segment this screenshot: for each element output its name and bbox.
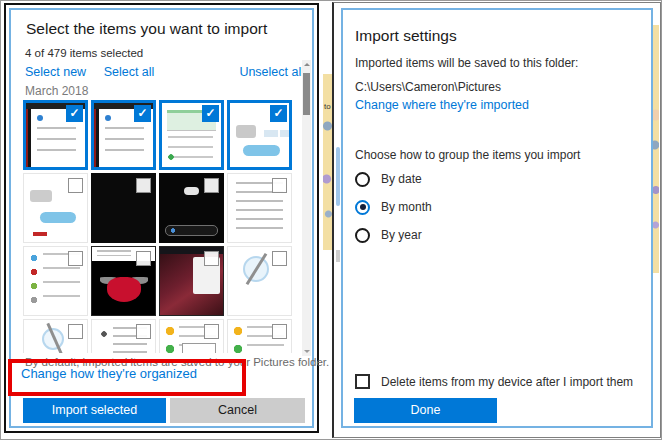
- thumbnail-app-list[interactable]: [227, 319, 292, 353]
- checkmark-icon[interactable]: ✓: [66, 105, 83, 122]
- delete-after-import-checkbox-row[interactable]: Delete items from my device after I impo…: [355, 374, 633, 389]
- radio-label: By date: [381, 172, 422, 186]
- checkmark-icon[interactable]: ✓: [202, 105, 219, 122]
- thumbnail-icon-list[interactable]: [23, 246, 88, 316]
- background-window-sliver-right: [652, 25, 659, 273]
- thumbnail-bulls[interactable]: [91, 246, 156, 316]
- checkbox-icon[interactable]: [204, 251, 219, 266]
- import-settings-dialog: Import settings Imported items will be s…: [341, 8, 653, 428]
- thumbnail-text-list[interactable]: [227, 173, 292, 243]
- import-selected-button[interactable]: Import selected: [23, 398, 166, 423]
- radio-icon[interactable]: [355, 228, 370, 243]
- dialog-title: Select the items you want to import: [26, 20, 267, 38]
- radio-label: By year: [381, 228, 422, 242]
- unselect-all-link[interactable]: Unselect all: [239, 65, 304, 79]
- selection-count: 4 of 479 items selected: [25, 47, 143, 59]
- radio-by-date[interactable]: By date: [355, 170, 422, 188]
- thumbnail-radio-list[interactable]: ✓: [23, 100, 88, 170]
- checkbox-icon[interactable]: [136, 324, 151, 339]
- thumbnail-transfer2[interactable]: [23, 173, 88, 243]
- radio-by-month[interactable]: By month: [355, 198, 432, 216]
- checkbox-icon[interactable]: [136, 251, 151, 266]
- checkbox-icon[interactable]: [136, 178, 151, 193]
- thumbnail-red-chat[interactable]: [159, 246, 224, 316]
- thumbnail-camera-list[interactable]: [91, 319, 156, 353]
- checkmark-icon[interactable]: ✓: [270, 105, 287, 122]
- screenshot-frame: to Select the items you want to import 4…: [0, 0, 662, 440]
- thumbnail-hand-sketch[interactable]: [227, 246, 292, 316]
- group-items-label: Choose how to group the items you import: [355, 148, 580, 162]
- thumbnail-grid: ✓✓✓✓: [23, 100, 292, 353]
- thumbnail-data-chart[interactable]: ✓: [159, 100, 224, 170]
- select-new-link[interactable]: Select new: [25, 65, 86, 79]
- dialog-title: Import settings: [355, 27, 457, 45]
- background-gray-fragment: [336, 250, 340, 262]
- scrollbar-thumb[interactable]: [303, 73, 310, 115]
- checkbox-label: Delete items from my device after I impo…: [381, 375, 633, 389]
- change-where-imported-link[interactable]: Change where they're imported: [355, 98, 529, 112]
- checkbox-icon[interactable]: [272, 178, 287, 193]
- scroll-down-icon[interactable]: [304, 350, 310, 353]
- save-folder-label: Imported items will be saved to this fol…: [355, 56, 578, 70]
- thumbnail-black[interactable]: [91, 173, 156, 243]
- change-organized-link[interactable]: Change how they're organized: [21, 366, 197, 381]
- thumbnail-cloud-search[interactable]: [159, 173, 224, 243]
- checkbox-icon[interactable]: [204, 178, 219, 193]
- right-screenshot-panel: Import settings Imported items will be s…: [332, 2, 661, 438]
- thumbnail-transfer[interactable]: ✓: [227, 100, 292, 170]
- checkmark-icon[interactable]: ✓: [134, 105, 151, 122]
- checkbox-icon[interactable]: [355, 374, 370, 389]
- thumbnail-hand-pen[interactable]: [23, 319, 88, 353]
- checkbox-icon[interactable]: [68, 251, 83, 266]
- done-button[interactable]: Done: [354, 398, 497, 423]
- radio-icon[interactable]: [355, 200, 370, 215]
- scroll-up-icon[interactable]: [304, 63, 310, 66]
- checkbox-icon[interactable]: [272, 251, 287, 266]
- radio-by-year[interactable]: By year: [355, 226, 422, 244]
- red-annotation-box: Change how they're organized: [8, 359, 246, 396]
- radio-icon[interactable]: [355, 172, 370, 187]
- selection-links-row: Select new Select all Unselect all: [25, 65, 304, 79]
- checkbox-icon[interactable]: [68, 324, 83, 339]
- radio-label: By month: [381, 200, 432, 214]
- background-window-sliver: to: [323, 74, 332, 250]
- checkbox-icon[interactable]: [272, 324, 287, 339]
- background-scrollbar-fragment: [336, 147, 340, 206]
- thumbnail-app-list-tooltip[interactable]: [159, 319, 224, 353]
- scrollbar[interactable]: [302, 60, 311, 356]
- background-fragment-text: to: [324, 102, 331, 111]
- left-screenshot-panel: Select the items you want to import 4 of…: [4, 3, 319, 433]
- checkbox-icon[interactable]: [68, 178, 83, 193]
- month-group-header: March 2018: [25, 84, 88, 98]
- select-all-link[interactable]: Select all: [104, 65, 155, 79]
- thumbnail-radio-list[interactable]: ✓: [91, 100, 156, 170]
- cancel-button[interactable]: Cancel: [170, 398, 305, 423]
- folder-path: C:\Users\Cameron\Pictures: [355, 80, 501, 94]
- checkbox-icon[interactable]: [204, 324, 219, 339]
